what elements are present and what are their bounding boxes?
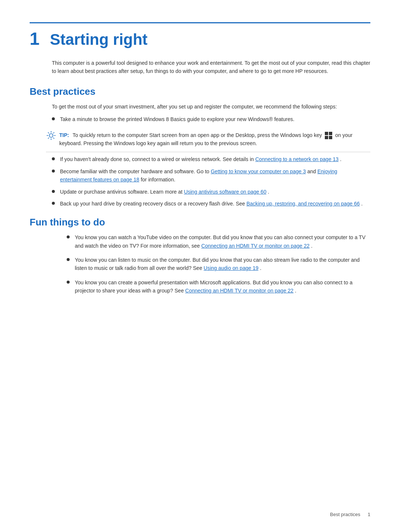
tip-text: To quickly return to the computer Start … — [59, 132, 353, 146]
list-item: Back up your hard drive by creating reco… — [52, 200, 370, 208]
svg-rect-11 — [325, 136, 328, 139]
windows-logo-icon — [325, 132, 332, 139]
fun-item-3-text: You know you can create a powerful prese… — [75, 278, 370, 295]
bullet-1-text: Take a minute to browse the printed Wind… — [60, 115, 370, 123]
footer-page-number: 1 — [368, 512, 370, 517]
bullet-dot — [67, 258, 70, 261]
best-practices-list-2: If you haven't already done so, connect … — [52, 155, 370, 208]
footer: Best practices 1 — [330, 512, 370, 517]
bullet-3-text: Become familiar with the computer hardwa… — [60, 167, 370, 184]
fun-things-title: Fun things to do — [30, 217, 370, 228]
bullet-4-text: Update or purchase antivirus software. L… — [60, 188, 370, 196]
bullet-dot — [67, 281, 70, 284]
backing-up-link[interactable]: Backing up, restoring, and recovering on… — [246, 201, 360, 207]
chapter-header: 1 Starting right — [30, 30, 370, 48]
bullet-dot — [52, 117, 55, 120]
hdmi-tv-link-1[interactable]: Connecting an HDMI TV or monitor on page… — [201, 243, 309, 249]
tip-box: TIP: To quickly return to the computer S… — [46, 127, 370, 153]
tip-label: TIP: — [59, 132, 69, 138]
hdmi-tv-link-2[interactable]: Connecting an HDMI TV or monitor on page… — [185, 288, 293, 294]
list-item: If you haven't already done so, connect … — [52, 155, 370, 163]
fun-item-1-text: You know you can watch a YouTube video o… — [75, 233, 370, 250]
connecting-network-link[interactable]: Connecting to a network on page 13 — [255, 156, 339, 162]
svg-point-0 — [49, 134, 53, 137]
fun-things-section: Fun things to do You know you can watch … — [30, 217, 370, 295]
bullet-dot — [52, 202, 55, 205]
list-item: You know you can listen to music on the … — [67, 256, 370, 272]
svg-line-6 — [53, 137, 54, 138]
bullet-dot — [52, 170, 55, 173]
list-item: Become familiar with the computer hardwa… — [52, 167, 370, 184]
footer-section-name: Best practices — [330, 512, 360, 517]
page: 1 Starting right This computer is a powe… — [0, 0, 400, 532]
intro-paragraph: This computer is a powerful tool designe… — [52, 59, 370, 76]
best-practices-title: Best practices — [30, 86, 370, 97]
svg-line-8 — [48, 137, 49, 138]
antivirus-link[interactable]: Using antivirus software on page 60 — [184, 189, 267, 195]
list-item: Take a minute to browse the printed Wind… — [52, 115, 370, 123]
bullet-5-text: Back up your hard drive by creating reco… — [60, 200, 370, 208]
svg-rect-10 — [329, 132, 332, 135]
tip-icon — [46, 130, 56, 141]
best-practices-intro: To get the most out of your smart invest… — [52, 103, 370, 111]
fun-item-2-text: You know you can listen to music on the … — [75, 256, 370, 272]
svg-line-7 — [53, 132, 54, 133]
fun-things-list: You know you can watch a YouTube video o… — [67, 233, 370, 295]
bullet-dot — [67, 235, 70, 238]
list-item: Update or purchase antivirus software. L… — [52, 188, 370, 196]
tip-content: TIP: To quickly return to the computer S… — [59, 131, 370, 148]
using-audio-link[interactable]: Using audio on page 19 — [204, 265, 259, 271]
top-border — [30, 22, 370, 23]
getting-to-know-link[interactable]: Getting to know your computer on page 3 — [211, 168, 306, 174]
list-item: You know you can watch a YouTube video o… — [67, 233, 370, 250]
bullet-dot — [52, 190, 55, 193]
best-practices-list: Take a minute to browse the printed Wind… — [52, 115, 370, 123]
svg-rect-9 — [325, 132, 328, 135]
chapter-title: Starting right — [50, 32, 148, 47]
bullet-2-text: If you haven't already done so, connect … — [60, 155, 370, 163]
svg-rect-12 — [329, 136, 332, 139]
chapter-number: 1 — [30, 30, 40, 48]
svg-line-5 — [48, 132, 49, 133]
list-item: You know you can create a powerful prese… — [67, 278, 370, 295]
bullet-dot — [52, 157, 55, 160]
